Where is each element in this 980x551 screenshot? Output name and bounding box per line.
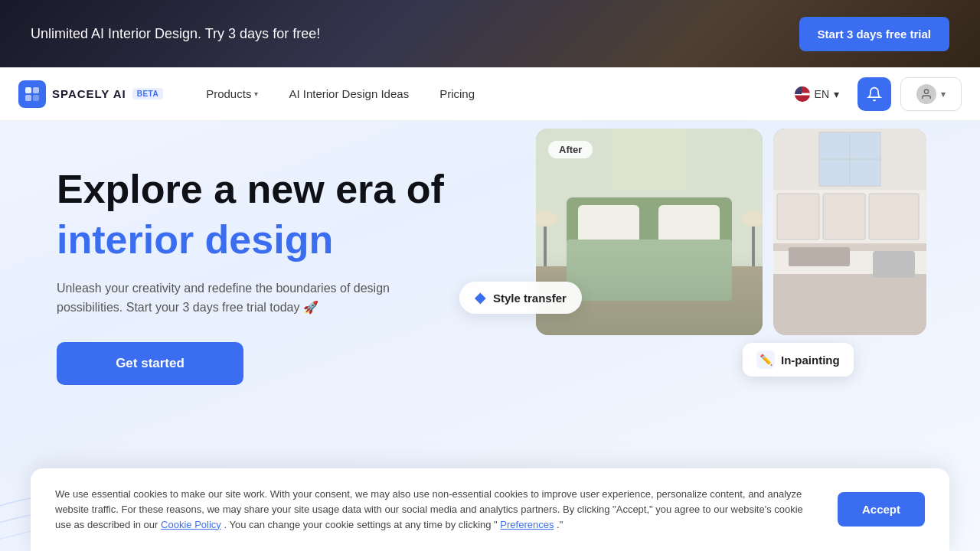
trial-cta-button[interactable]: Start 3 days free trial	[799, 17, 949, 51]
svg-rect-18	[544, 220, 547, 266]
language-selector[interactable]: EN ▾	[786, 82, 848, 106]
announcement-text: Unlimited AI Interior Design. Try 3 days…	[31, 26, 320, 42]
announcement-banner: Unlimited AI Interior Design. Try 3 days…	[0, 0, 980, 67]
svg-rect-20	[752, 220, 755, 266]
hero-subtext: Unleash your creativity and redefine the…	[57, 279, 439, 318]
user-chevron-icon: ▾	[941, 89, 946, 99]
svg-rect-9	[795, 86, 802, 94]
svg-rect-28	[823, 194, 865, 240]
nav-products[interactable]: Products ▾	[194, 81, 270, 106]
nav-links: Products ▾ AI Interior Design Ideas Pric…	[194, 81, 785, 106]
svg-rect-0	[25, 87, 31, 93]
logo-name: SPACELY AI	[52, 87, 126, 100]
after-badge: After	[548, 141, 593, 158]
logo-icon	[18, 80, 46, 108]
cookie-text: We use essential cookies to make our sit…	[55, 487, 819, 533]
products-chevron-icon: ▾	[254, 90, 258, 98]
notification-button[interactable]	[858, 77, 891, 111]
room2-image-card	[773, 129, 926, 335]
svg-rect-31	[789, 247, 850, 266]
svg-rect-30	[873, 251, 915, 278]
user-menu-button[interactable]: ▾	[900, 77, 962, 111]
hero-heading-line1: Explore a new era of	[57, 167, 444, 213]
svg-rect-29	[869, 194, 919, 240]
accept-cookies-button[interactable]: Accept	[838, 492, 925, 527]
nav-pricing[interactable]: Pricing	[427, 81, 487, 106]
diamond-icon: ◆	[475, 289, 485, 306]
inpainting-badge: ✏️ In-painting	[743, 343, 854, 377]
get-started-button[interactable]: Get started	[57, 342, 243, 385]
preferences-link[interactable]: Preferences	[500, 519, 554, 530]
cookie-banner: We use essential cookies to make our sit…	[31, 468, 949, 551]
inpainting-label: In-painting	[781, 354, 840, 367]
avatar	[916, 84, 936, 104]
svg-point-10	[924, 90, 928, 93]
svg-rect-17	[567, 240, 732, 301]
svg-rect-22	[612, 129, 686, 190]
nav-right: EN ▾ ▾	[786, 77, 962, 111]
svg-rect-1	[33, 87, 39, 93]
style-transfer-badge: ◆ Style transfer	[459, 282, 582, 314]
cookie-policy-link[interactable]: Cookie Policy	[161, 519, 221, 530]
svg-rect-16	[658, 205, 720, 243]
room2-image	[773, 129, 926, 335]
lang-label: EN	[815, 88, 829, 100]
beta-badge: BETA	[132, 88, 163, 99]
logo-area[interactable]: SPACELY AI BETA	[18, 80, 163, 108]
hero-heading-line2: interior design	[57, 217, 444, 263]
flag-icon	[795, 86, 810, 102]
navbar: SPACELY AI BETA Products ▾ AI Interior D…	[0, 67, 980, 121]
svg-rect-15	[578, 205, 639, 243]
inpainting-icon: ✏️	[756, 350, 775, 369]
nav-interior-ideas[interactable]: AI Interior Design Ideas	[276, 81, 421, 106]
lang-chevron-icon: ▾	[834, 88, 839, 100]
svg-rect-2	[25, 95, 31, 101]
svg-rect-24	[773, 274, 926, 335]
svg-rect-8	[795, 95, 810, 96]
svg-rect-27	[777, 194, 819, 240]
svg-rect-3	[33, 95, 39, 101]
style-transfer-label: Style transfer	[493, 292, 567, 305]
